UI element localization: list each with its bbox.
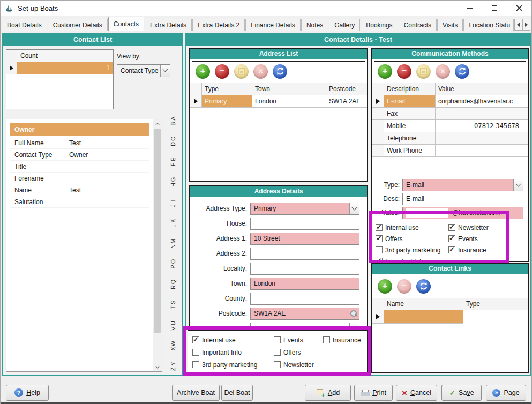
checkbox-newsletter[interactable]: Newsletter — [274, 361, 323, 369]
cell-value[interactable] — [436, 132, 528, 145]
checkbox[interactable] — [376, 235, 383, 242]
alpha-index-st[interactable]: ST — [171, 300, 175, 310]
locality-field[interactable] — [250, 263, 359, 275]
tab-extra-details[interactable]: Extra Details — [145, 19, 192, 31]
address2-field[interactable] — [250, 248, 359, 260]
comm-row-mobile[interactable]: Mobile 07812 345678 — [372, 120, 528, 132]
address-grid[interactable]: Type Town Postcode Primary London SW1A 2… — [190, 83, 367, 108]
contact-summary-list[interactable]: Owner Full Name Test Contact Type Owner … — [6, 119, 162, 372]
house-field[interactable] — [250, 218, 359, 230]
checkbox-events[interactable]: Events — [274, 336, 323, 344]
alpha-index-kl[interactable]: KL — [171, 218, 175, 229]
help-button[interactable]: Help — [6, 385, 49, 401]
checkbox[interactable] — [376, 246, 383, 253]
checkbox[interactable] — [448, 246, 455, 253]
add-button[interactable]: Add — [305, 385, 351, 401]
comm-row-work-phone[interactable]: Work Phone — [372, 145, 528, 157]
scroll-down-button[interactable] — [153, 362, 162, 371]
checkbox-internal-use[interactable]: Internal use — [192, 336, 274, 344]
checkbox-newsletter[interactable]: Newsletter — [448, 224, 527, 231]
list-item[interactable]: Contact Type Owner — [10, 149, 149, 161]
save-button[interactable]: Save — [441, 385, 482, 401]
cancel-edit-button[interactable] — [436, 64, 450, 79]
delete-record-button[interactable] — [215, 64, 229, 79]
vertical-scrollbar[interactable] — [153, 119, 162, 371]
alpha-index-qr[interactable]: QR — [171, 279, 176, 290]
cancel-button[interactable]: Cancel — [396, 385, 437, 401]
tab-extra-details-2[interactable]: Extra Details 2 — [192, 19, 245, 31]
alpha-index-uv[interactable]: UV — [171, 320, 175, 331]
cell-town[interactable]: London — [252, 95, 326, 108]
list-item[interactable]: Forename — [10, 173, 149, 184]
town-field[interactable]: London — [250, 278, 359, 290]
tab-notes[interactable]: Notes — [301, 19, 328, 31]
checkbox-important-info[interactable]: Important Info — [192, 349, 274, 356]
contact-count-grid[interactable]: Count 1 — [6, 49, 114, 109]
county-field[interactable] — [250, 293, 359, 305]
view-by-dropdown[interactable]: Contact Type — [117, 64, 170, 77]
tab-contacts[interactable]: Contacts — [108, 17, 144, 31]
checkbox-internal-use[interactable]: Internal use — [376, 224, 448, 231]
contact-links-grid[interactable]: Name Type — [372, 298, 528, 324]
count-row[interactable]: 1 — [6, 62, 113, 74]
cell-value[interactable] — [436, 145, 528, 157]
column-header-town[interactable]: Town — [252, 83, 326, 95]
tab-scroll-right-button[interactable] — [522, 19, 530, 31]
tab-scroll-left-button[interactable] — [514, 19, 522, 31]
alpha-index-ef[interactable]: EF — [171, 156, 175, 167]
cell-postcode[interactable]: SW1A 2AE — [326, 95, 367, 108]
alpha-index-mn[interactable]: MN — [170, 238, 175, 249]
del-boat-button[interactable]: Del Boat — [221, 385, 253, 401]
cell-name[interactable] — [384, 310, 463, 324]
tab-visits[interactable]: Visits — [437, 19, 463, 31]
tab-customer-details[interactable]: Customer Details — [48, 19, 108, 31]
checkbox[interactable] — [192, 336, 199, 343]
tab-boat-details[interactable]: Boat Details — [2, 19, 47, 31]
postcode-field[interactable]: SW1A 2AE — [250, 308, 359, 320]
alpha-index-wx[interactable]: WX — [170, 341, 176, 351]
cell-description[interactable]: Mobile — [384, 120, 436, 132]
count-column-header[interactable]: Count — [17, 50, 113, 62]
comm-desc-field[interactable]: E-mail — [402, 193, 523, 205]
column-header-value[interactable]: Value — [436, 83, 528, 95]
checkbox[interactable] — [448, 235, 455, 242]
checkbox-events[interactable]: Events — [448, 235, 527, 243]
comm-row-telephone[interactable]: Telephone — [372, 132, 528, 145]
cell-type[interactable] — [463, 310, 528, 324]
print-button[interactable]: Print — [354, 385, 393, 401]
add-record-button[interactable] — [196, 64, 210, 79]
list-item[interactable]: Name Test — [10, 184, 149, 196]
contact-link-row[interactable] — [372, 310, 528, 324]
tab-gallery[interactable]: Gallery — [329, 19, 360, 31]
comm-row-fax[interactable]: Fax — [372, 108, 528, 120]
cell-description[interactable]: Work Phone — [384, 145, 436, 157]
cell-description[interactable]: E-mail — [384, 95, 436, 108]
delete-record-button[interactable] — [397, 279, 411, 294]
maximize-button[interactable] — [482, 1, 507, 16]
checkbox-insurance[interactable]: Insurance — [323, 336, 365, 344]
chevron-down-icon[interactable] — [160, 65, 170, 77]
comm-type-dropdown[interactable]: E-mail — [402, 179, 523, 191]
add-record-button[interactable] — [378, 279, 392, 294]
save-record-button[interactable] — [416, 64, 431, 79]
delete-record-button[interactable] — [397, 64, 411, 79]
column-header-type[interactable]: Type — [463, 298, 528, 310]
tab-contracts[interactable]: Contracts — [399, 19, 437, 31]
column-header-description[interactable]: Description — [384, 83, 436, 95]
list-item[interactable]: Title — [10, 161, 149, 173]
checkbox[interactable] — [323, 336, 330, 343]
list-item[interactable]: Full Name Test — [10, 137, 149, 149]
comm-row-email[interactable]: E-mail corphanides@havenstar.c — [372, 95, 528, 108]
refresh-button[interactable] — [416, 279, 431, 294]
checkbox[interactable] — [274, 361, 281, 368]
cancel-edit-button[interactable] — [253, 64, 268, 79]
checkbox-offers[interactable]: Offers — [274, 349, 323, 356]
checkbox-insurance[interactable]: Insurance — [448, 246, 527, 254]
column-header-name[interactable]: Name — [384, 298, 463, 310]
contact-group-header[interactable]: Owner — [10, 123, 149, 136]
archive-boat-button[interactable]: Archive Boat — [172, 385, 220, 401]
column-header-postcode[interactable]: Postcode — [326, 83, 367, 95]
checkbox[interactable] — [274, 336, 281, 343]
cell-value[interactable]: corphanides@havenstar.c — [436, 95, 528, 108]
alpha-index-ij[interactable]: IJ — [171, 198, 175, 208]
